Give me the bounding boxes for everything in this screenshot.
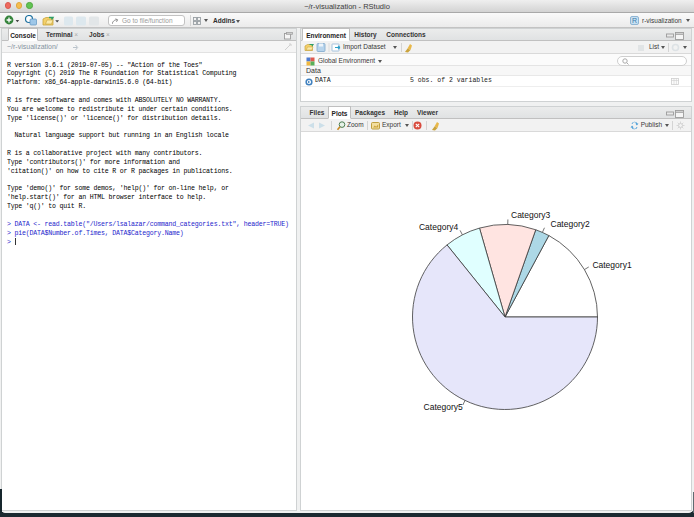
svg-text:R: R <box>632 17 637 24</box>
svg-text:Category4: Category4 <box>419 222 458 232</box>
svg-text:Category3: Category3 <box>511 210 550 220</box>
svg-text:Category2: Category2 <box>551 219 590 229</box>
svg-text:Category5: Category5 <box>424 402 463 412</box>
svg-text:Category1: Category1 <box>592 260 631 270</box>
